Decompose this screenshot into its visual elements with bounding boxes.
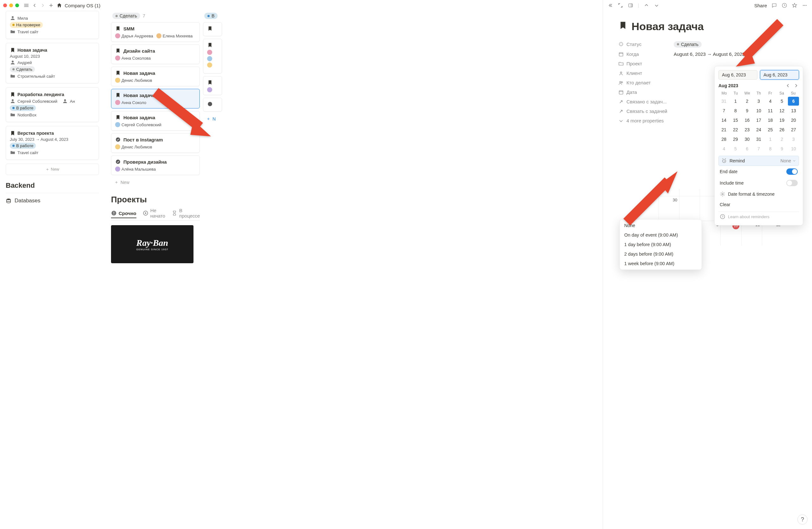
card-folder: Travel сайт bbox=[17, 150, 38, 155]
calendar-day[interactable]: 15 bbox=[730, 116, 741, 124]
calendar-day[interactable]: 9 bbox=[777, 144, 787, 153]
sidebar-card[interactable]: Новая задача August 10, 2023 Андрей Сдел… bbox=[6, 43, 99, 84]
expand-icon[interactable] bbox=[618, 2, 623, 8]
menu-icon[interactable] bbox=[24, 2, 29, 8]
prev-icon[interactable] bbox=[643, 2, 649, 8]
calendar-day[interactable]: 14 bbox=[719, 116, 729, 124]
calendar-day[interactable]: 12 bbox=[777, 106, 787, 115]
calendar-day[interactable]: 31 bbox=[753, 135, 765, 144]
calendar-day[interactable]: 7 bbox=[753, 144, 765, 153]
calendar-day[interactable]: 20 bbox=[788, 116, 799, 124]
next-icon[interactable] bbox=[654, 2, 659, 8]
calendar-day[interactable]: 19 bbox=[777, 116, 787, 124]
calendar-day[interactable]: 27 bbox=[788, 125, 799, 134]
calendar-day[interactable]: 8 bbox=[730, 106, 741, 115]
status-value[interactable]: Сделать bbox=[674, 41, 701, 47]
add-task-button[interactable]: ＋ New bbox=[111, 178, 200, 187]
maximize-window-icon[interactable] bbox=[15, 3, 19, 7]
prev-month-icon[interactable] bbox=[785, 83, 791, 88]
calendar-day[interactable]: 24 bbox=[753, 125, 765, 134]
sidebar-card[interactable]: Верстка проекта July 30, 2023 → August 4… bbox=[6, 126, 99, 160]
calendar-day[interactable]: 5 bbox=[777, 97, 787, 106]
clock-icon[interactable] bbox=[782, 2, 787, 8]
calendar-day[interactable]: 13 bbox=[788, 106, 799, 115]
task-card[interactable]: Новая задача Денис Любимов bbox=[111, 67, 200, 86]
project-thumbnail[interactable]: Ray·BanGENUINE SINCE 1937 bbox=[111, 225, 193, 263]
date-format-button[interactable]: Date format & timezone bbox=[719, 189, 799, 200]
calendar-day[interactable]: 31 bbox=[719, 97, 729, 106]
calendar-day[interactable]: 9 bbox=[742, 106, 753, 115]
sidebar-card[interactable]: Разработка лендинга Сергей Соболевский А… bbox=[6, 87, 99, 122]
tab-in-progress[interactable]: В процессе bbox=[172, 208, 200, 219]
calendar-day[interactable]: 17 bbox=[753, 116, 765, 124]
calendar-day[interactable]: 16 bbox=[742, 116, 753, 124]
home-icon[interactable] bbox=[56, 2, 62, 8]
status-tag: В работе bbox=[10, 143, 36, 149]
calendar-day[interactable]: 1 bbox=[765, 135, 776, 144]
breadcrumb[interactable]: Company OS (1) bbox=[65, 3, 101, 8]
calendar-day[interactable]: 23 bbox=[742, 125, 753, 134]
peek-icon[interactable] bbox=[628, 2, 634, 8]
calendar-day[interactable]: 2 bbox=[742, 97, 753, 106]
window-controls[interactable] bbox=[3, 3, 19, 7]
task-card[interactable]: Дизайн сайта Анна Соколова bbox=[111, 44, 200, 64]
share-button[interactable]: Share bbox=[754, 3, 767, 8]
calendar-day[interactable]: 29 bbox=[730, 135, 741, 144]
calendar-day[interactable]: 8 bbox=[765, 144, 776, 153]
calendar-day[interactable]: 2 bbox=[777, 135, 787, 144]
nav-back-icon[interactable] bbox=[32, 2, 38, 8]
sidebar-card[interactable]: Мила На проверке Travel сайт bbox=[6, 11, 99, 39]
calendar-day[interactable]: 10 bbox=[788, 144, 799, 153]
learn-reminders-link[interactable]: ?Learn about reminders bbox=[719, 211, 799, 221]
next-month-icon[interactable] bbox=[793, 83, 799, 88]
cal-cell[interactable] bbox=[679, 196, 700, 221]
comment-icon[interactable] bbox=[771, 2, 777, 8]
task-card[interactable]: Проверка дизайна Алёна Малышева bbox=[111, 156, 200, 175]
remind-option-onday[interactable]: On day of event (9:00 AM) bbox=[620, 230, 701, 240]
tab-not-started[interactable]: Не начато bbox=[143, 208, 165, 219]
svg-point-29 bbox=[620, 81, 621, 83]
calendar-day[interactable]: 10 bbox=[753, 106, 765, 115]
calendar-day[interactable]: 7 bbox=[719, 106, 729, 115]
tab-urgent[interactable]: Срочно bbox=[111, 210, 136, 218]
include-time-toggle[interactable] bbox=[786, 180, 798, 186]
calendar-day[interactable]: 21 bbox=[719, 125, 729, 134]
calendar-day[interactable]: 5 bbox=[730, 144, 741, 153]
minimize-window-icon[interactable] bbox=[9, 3, 13, 7]
new-page-icon[interactable] bbox=[48, 2, 54, 8]
calendar-day[interactable]: 28 bbox=[719, 135, 729, 144]
end-date-input[interactable]: Aug 6, 2023 bbox=[760, 70, 799, 79]
collapse-icon[interactable] bbox=[607, 2, 613, 8]
more-properties[interactable]: 4 more properties bbox=[626, 118, 664, 123]
help-button[interactable]: ? bbox=[797, 514, 808, 525]
calendar-day[interactable]: 3 bbox=[788, 135, 799, 144]
remind-option-1week[interactable]: 1 week before (9:00 AM) bbox=[620, 259, 701, 268]
calendar-day[interactable]: 22 bbox=[730, 125, 741, 134]
star-icon[interactable] bbox=[792, 2, 797, 8]
calendar-day[interactable]: 6 bbox=[742, 144, 753, 153]
calendar-day[interactable]: 3 bbox=[753, 97, 765, 106]
databases-link[interactable]: Databases bbox=[6, 196, 99, 205]
calendar-day[interactable]: 30 bbox=[742, 135, 753, 144]
end-date-toggle[interactable] bbox=[786, 168, 798, 175]
calendar-day[interactable]: 26 bbox=[777, 125, 787, 134]
remind-selector[interactable]: Remind None bbox=[719, 156, 799, 166]
remind-option-1day[interactable]: 1 day before (9:00 AM) bbox=[620, 240, 701, 249]
start-date-input[interactable]: Aug 6, 2023 bbox=[719, 70, 757, 79]
close-window-icon[interactable] bbox=[3, 3, 7, 7]
calendar-day[interactable]: 6 bbox=[788, 97, 799, 106]
column-status-pill[interactable]: Сделать bbox=[112, 13, 140, 19]
nav-forward-icon[interactable] bbox=[40, 2, 46, 8]
task-card[interactable]: SMM Дарья АндрееваЕлена Михеева bbox=[111, 22, 200, 42]
clear-date-button[interactable]: Clear bbox=[719, 200, 799, 210]
calendar-day[interactable]: 4 bbox=[719, 144, 729, 153]
calendar-day[interactable]: 18 bbox=[765, 116, 776, 124]
calendar-day[interactable]: 25 bbox=[765, 125, 776, 134]
calendar-day[interactable]: 1 bbox=[730, 97, 741, 106]
svg-point-34 bbox=[722, 193, 724, 195]
more-icon[interactable] bbox=[802, 2, 808, 8]
new-card-button[interactable]: ＋ New bbox=[6, 164, 99, 175]
calendar-day[interactable]: 11 bbox=[765, 106, 776, 115]
remind-option-2days[interactable]: 2 days before (9:00 AM) bbox=[620, 249, 701, 259]
calendar-day[interactable]: 4 bbox=[765, 97, 776, 106]
